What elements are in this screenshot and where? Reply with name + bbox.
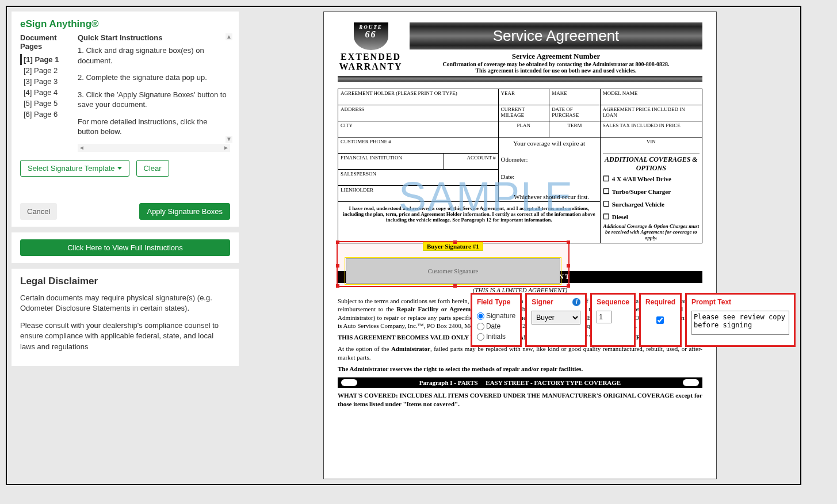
resize-handle[interactable] bbox=[567, 264, 570, 268]
page-link-6[interactable]: [6] Page 6 bbox=[20, 109, 73, 120]
select-template-label: Select Signature Template bbox=[28, 164, 115, 173]
view-full-instructions-button[interactable]: Click Here to View Full Instructions bbox=[20, 239, 230, 256]
logo: ROUTE 66 EXTENDED WARRANTY bbox=[338, 22, 404, 74]
sequence-heading: Sequence bbox=[597, 298, 629, 306]
signature-placeholder[interactable]: Customer Signature bbox=[346, 258, 560, 284]
field-type-heading: Field Type bbox=[477, 298, 515, 306]
page-link-5[interactable]: [5] Page 5 bbox=[20, 98, 73, 109]
field-type-initials[interactable]: Initials bbox=[477, 331, 515, 342]
legal-heading: Legal Disclaimer bbox=[20, 276, 230, 287]
instruction-step: 2. Complete the signature data pop up. bbox=[78, 72, 230, 83]
document-page: SAMPLE ROUTE 66 EXTENDED WARRANTY Servic… bbox=[323, 12, 717, 479]
required-heading: Required bbox=[645, 298, 675, 306]
prompt-text-input[interactable]: Please see review copy before signing bbox=[691, 311, 789, 335]
instruction-step: For more detailed instructions, click th… bbox=[78, 117, 230, 137]
page-link-1[interactable]: [1] Page 1 bbox=[20, 54, 73, 65]
field-type-column: Field Type Signature Date Initials bbox=[471, 293, 522, 347]
legal-text: Certain documents may require physical s… bbox=[20, 293, 230, 314]
document-intent-text: This agreement is intended for use on bo… bbox=[410, 67, 702, 74]
field-type-signature[interactable]: Signature bbox=[477, 311, 515, 321]
legal-disclaimer-panel: Legal Disclaimer Certain documents may r… bbox=[12, 269, 239, 366]
cancel-button[interactable]: Cancel bbox=[20, 203, 57, 220]
page-link-4[interactable]: [4] Page 4 bbox=[20, 87, 73, 98]
document-subtitle: Service Agreement Number bbox=[410, 52, 702, 61]
scroll-up-icon[interactable]: ▲ bbox=[226, 33, 232, 40]
sequence-input[interactable] bbox=[597, 311, 611, 323]
resize-handle[interactable] bbox=[336, 264, 339, 268]
scroll-down-icon[interactable]: ▼ bbox=[226, 136, 232, 143]
covered-text: WHAT'S COVERED: INCLUDES ALL ITEMS COVER… bbox=[338, 392, 702, 407]
prompt-heading: Prompt Text bbox=[691, 298, 789, 306]
paragraph-bar: Paragraph I - PARTS EASY STREET - FACTOR… bbox=[338, 377, 702, 388]
page-list: [1] Page 1 [2] Page 2 [3] Page 3 [4] Pag… bbox=[20, 54, 73, 120]
coverage-option: Diesel bbox=[603, 211, 700, 223]
page-link-2[interactable]: [2] Page 2 bbox=[20, 65, 73, 76]
document-confirm-text: Confirmation of coverage may be obtained… bbox=[410, 61, 702, 67]
required-checkbox[interactable] bbox=[656, 316, 664, 324]
legal-text: Please consult with your dealership's co… bbox=[20, 320, 230, 352]
instruction-step: 1. Click and drag signature box(es) on d… bbox=[78, 45, 230, 66]
app-brand: eSign Anything® bbox=[20, 18, 230, 30]
document-title: Service Agreement bbox=[410, 22, 702, 49]
resize-handle[interactable] bbox=[567, 240, 570, 244]
signer-select[interactable]: Buyer bbox=[532, 311, 580, 324]
info-icon[interactable]: i bbox=[572, 298, 580, 306]
coverage-option: 4 X 4/All Wheel Drive bbox=[603, 173, 700, 185]
field-type-date[interactable]: Date bbox=[477, 321, 515, 331]
signer-heading: Signer bbox=[532, 298, 553, 306]
instruction-step: 3. Click the 'Apply Signature Boxes' but… bbox=[78, 90, 230, 110]
resize-handle[interactable] bbox=[336, 284, 339, 288]
horizontal-scrollbar[interactable]: ◄► bbox=[78, 144, 230, 152]
apply-signature-boxes-button[interactable]: Apply Signature Boxes bbox=[139, 203, 230, 220]
pages-heading: Document Pages bbox=[20, 33, 73, 51]
resize-handle[interactable] bbox=[453, 240, 457, 244]
document-canvas[interactable]: SAMPLE ROUTE 66 EXTENDED WARRANTY Servic… bbox=[244, 12, 796, 479]
instructions-heading: Quick Start Instructions bbox=[78, 33, 230, 42]
resize-handle[interactable] bbox=[567, 284, 570, 288]
resize-handle[interactable] bbox=[453, 284, 457, 288]
signature-box[interactable]: Buyer Signature #1 Customer Signature bbox=[337, 241, 570, 287]
coverage-option: Turbo/Super Charger bbox=[603, 185, 700, 198]
clear-button[interactable]: Clear bbox=[136, 160, 169, 177]
coverage-option: Surcharged Vehicle bbox=[603, 198, 700, 211]
signature-config-popup: Field Type Signature Date Initials Signe… bbox=[471, 293, 796, 347]
agreement-form-table: AGREEMENT HOLDER (PLEASE PRINT OR TYPE) … bbox=[338, 89, 702, 243]
select-template-button[interactable]: Select Signature Template bbox=[20, 160, 129, 177]
resize-handle[interactable] bbox=[336, 240, 339, 244]
route-shield-icon: ROUTE 66 bbox=[354, 22, 388, 50]
page-link-3[interactable]: [3] Page 3 bbox=[20, 76, 73, 87]
